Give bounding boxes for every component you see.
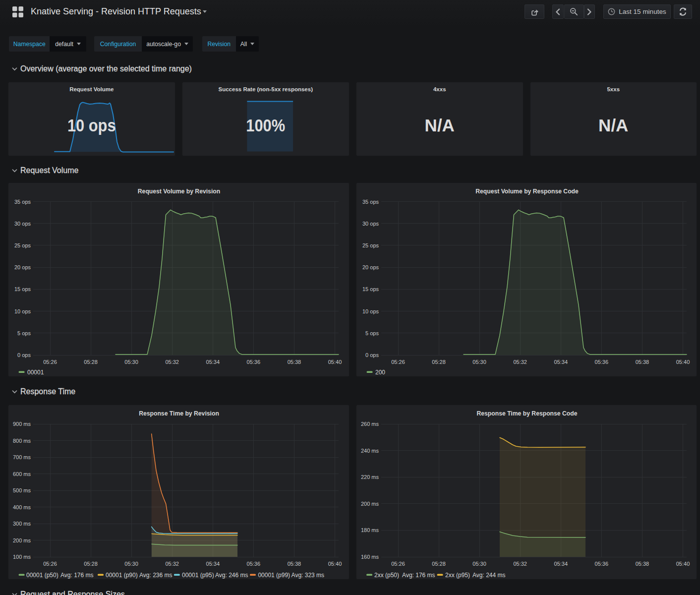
svg-text:05:30: 05:30 [472, 359, 486, 365]
svg-text:30 ops: 30 ops [14, 221, 31, 227]
svg-text:180 ms: 180 ms [360, 527, 379, 533]
svg-text:Avg: 246 ms: Avg: 246 ms [215, 572, 248, 579]
svg-text:05:26: 05:26 [391, 359, 405, 365]
svg-text:05:32: 05:32 [513, 561, 527, 567]
svg-text:200 ms: 200 ms [13, 537, 31, 543]
svg-text:Avg: 176 ms: Avg: 176 ms [402, 572, 435, 579]
svg-text:160 ms: 160 ms [360, 554, 379, 560]
svg-text:200 ms: 200 ms [360, 501, 379, 507]
svg-text:05:30: 05:30 [124, 359, 138, 365]
svg-text:Avg: 176 ms: Avg: 176 ms [60, 572, 93, 579]
svg-text:05:38: 05:38 [635, 561, 649, 567]
svg-text:Response Time by Revision: Response Time by Revision [139, 410, 219, 417]
svg-text:05:34: 05:34 [206, 561, 220, 567]
svg-text:05:40: 05:40 [676, 359, 690, 365]
svg-text:5 ops: 5 ops [365, 330, 379, 336]
svg-text:05:28: 05:28 [84, 561, 98, 567]
svg-text:35 ops: 35 ops [362, 199, 379, 205]
svg-text:240 ms: 240 ms [360, 448, 379, 454]
svg-text:05:40: 05:40 [328, 359, 342, 365]
svg-text:05:26: 05:26 [43, 561, 57, 567]
svg-text:05:36: 05:36 [247, 359, 261, 365]
svg-text:30 ops: 30 ops [362, 221, 379, 227]
svg-text:00001 (p50): 00001 (p50) [26, 572, 58, 579]
svg-text:05:36: 05:36 [594, 359, 608, 365]
svg-text:15 ops: 15 ops [362, 286, 379, 292]
svg-text:2xx (p50): 2xx (p50) [374, 572, 399, 579]
svg-text:700 ms: 700 ms [13, 454, 31, 460]
svg-text:05:28: 05:28 [432, 561, 446, 567]
svg-text:260 ms: 260 ms [360, 421, 379, 427]
svg-text:00001 (p90): 00001 (p90) [106, 572, 138, 579]
svg-text:00001 (p99): 00001 (p99) [258, 572, 290, 579]
svg-text:05:32: 05:32 [165, 561, 179, 567]
svg-text:500 ms: 500 ms [13, 487, 31, 493]
svg-text:00001 (p95): 00001 (p95) [182, 572, 214, 579]
svg-text:Avg: 244 ms: Avg: 244 ms [472, 572, 505, 579]
svg-text:10 ops: 10 ops [14, 308, 31, 314]
svg-text:200: 200 [375, 369, 385, 376]
svg-text:05:30: 05:30 [124, 561, 138, 567]
svg-text:05:26: 05:26 [391, 561, 405, 567]
svg-text:25 ops: 25 ops [14, 242, 31, 248]
svg-text:Response Time by Response Code: Response Time by Response Code [476, 410, 577, 417]
svg-text:05:36: 05:36 [594, 561, 608, 567]
svg-text:35 ops: 35 ops [14, 199, 31, 205]
svg-text:Request Volume by Revision: Request Volume by Revision [138, 188, 220, 195]
svg-text:600 ms: 600 ms [13, 471, 31, 477]
svg-text:05:28: 05:28 [432, 359, 446, 365]
svg-text:05:36: 05:36 [247, 561, 261, 567]
svg-text:00001: 00001 [27, 369, 44, 376]
svg-text:Request Volume by Response Cod: Request Volume by Response Code [475, 188, 579, 195]
svg-text:10 ops: 10 ops [362, 308, 379, 314]
svg-text:05:34: 05:34 [554, 359, 568, 365]
svg-text:05:38: 05:38 [288, 359, 301, 365]
svg-text:Avg: 323 ms: Avg: 323 ms [292, 572, 324, 579]
svg-text:05:34: 05:34 [206, 359, 220, 365]
svg-text:20 ops: 20 ops [14, 264, 31, 270]
svg-text:20 ops: 20 ops [362, 264, 379, 270]
svg-text:05:30: 05:30 [472, 561, 486, 567]
svg-text:05:40: 05:40 [328, 561, 342, 567]
svg-text:Avg: 236 ms: Avg: 236 ms [139, 572, 172, 579]
svg-text:5 ops: 5 ops [17, 330, 31, 336]
svg-text:05:34: 05:34 [554, 561, 568, 567]
svg-text:300 ms: 300 ms [13, 521, 31, 527]
svg-text:25 ops: 25 ops [362, 242, 379, 248]
svg-text:05:38: 05:38 [288, 561, 301, 567]
svg-text:2xx (p95): 2xx (p95) [445, 572, 470, 579]
svg-text:05:32: 05:32 [513, 359, 527, 365]
svg-text:15 ops: 15 ops [14, 286, 31, 292]
svg-text:100 ms: 100 ms [13, 554, 31, 560]
svg-text:05:40: 05:40 [676, 561, 690, 567]
svg-text:05:32: 05:32 [165, 359, 179, 365]
svg-text:0 ops: 0 ops [17, 352, 31, 358]
svg-text:05:28: 05:28 [84, 359, 98, 365]
svg-text:05:26: 05:26 [43, 359, 57, 365]
svg-text:05:38: 05:38 [635, 359, 649, 365]
svg-text:400 ms: 400 ms [13, 504, 31, 510]
svg-text:0 ops: 0 ops [365, 352, 379, 358]
svg-text:220 ms: 220 ms [360, 474, 379, 480]
svg-text:900 ms: 900 ms [13, 421, 31, 427]
svg-text:800 ms: 800 ms [13, 438, 31, 444]
